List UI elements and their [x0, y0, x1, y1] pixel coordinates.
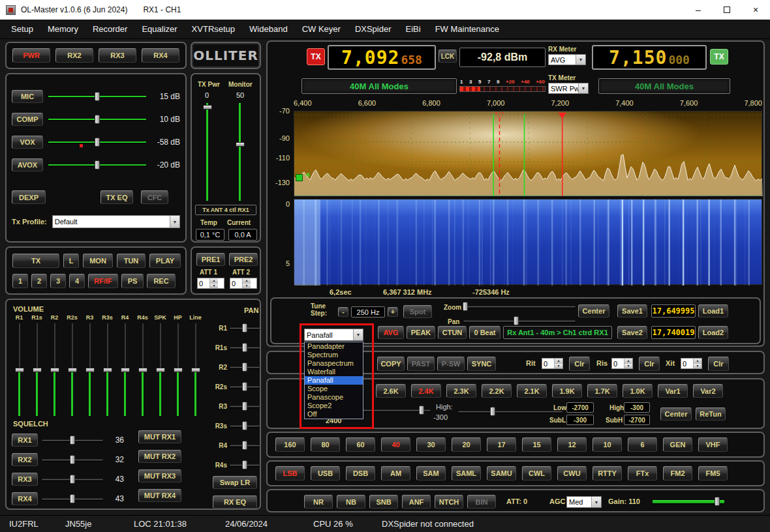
slider-thumb[interactable]: [242, 421, 247, 430]
slider-thumb[interactable]: [95, 160, 100, 170]
load2-button[interactable]: Load2: [698, 326, 728, 339]
slider-thumb[interactable]: [70, 455, 75, 464]
chevron-down-icon[interactable]: [576, 55, 585, 65]
retune-button[interactable]: ReTun: [696, 407, 726, 421]
transmit-control-button[interactable]: RF/IF: [88, 274, 118, 288]
chevron-down-icon[interactable]: [578, 83, 588, 93]
filter-high-slider[interactable]: [458, 407, 562, 416]
volume-slider[interactable]: [138, 323, 148, 416]
filter-width-button[interactable]: 2.2K: [482, 384, 512, 398]
mode-button[interactable]: FTx: [628, 466, 657, 480]
volume-slider[interactable]: [67, 323, 78, 416]
chevron-down-icon[interactable]: [591, 497, 601, 507]
display-mode-option[interactable]: Panafall: [305, 376, 363, 385]
slider-thumb[interactable]: [85, 368, 95, 372]
lock-button[interactable]: LCK: [439, 50, 457, 63]
display-mode-option[interactable]: Panaspectrum: [305, 359, 363, 368]
xit-spinner[interactable]: 0: [681, 358, 702, 369]
filter-width-button[interactable]: 1.9K: [552, 384, 582, 398]
volume-slider[interactable]: [14, 323, 25, 416]
menu-item[interactable]: FW Maintenance: [428, 21, 506, 37]
band-button[interactable]: 160: [275, 437, 305, 452]
preamp-button[interactable]: PRE2: [229, 253, 258, 266]
mute-rx-button[interactable]: MUT RX2: [138, 450, 181, 463]
band-button[interactable]: 10: [593, 437, 622, 452]
squelch-rx-button[interactable]: RX1: [12, 434, 38, 447]
audio-source-button[interactable]: COMP: [12, 113, 43, 126]
pan-slider[interactable]: [230, 441, 260, 450]
dsp-button[interactable]: NB: [337, 495, 365, 509]
audio-source-button[interactable]: VOX: [12, 136, 43, 149]
pan-slider[interactable]: [230, 343, 260, 352]
zero-beat-button[interactable]: 0 Beat: [469, 326, 501, 339]
rx-eq-button[interactable]: RX EQ: [213, 495, 257, 509]
slider-thumb[interactable]: [242, 382, 247, 391]
sync-button[interactable]: SYNC: [467, 357, 496, 371]
slider-thumb[interactable]: [95, 92, 100, 101]
dsp-button[interactable]: SNB: [369, 495, 398, 509]
transmit-control-button[interactable]: REC: [147, 274, 176, 288]
slider-thumb[interactable]: [121, 368, 130, 372]
band-button[interactable]: GEN: [663, 437, 692, 452]
receiver-button[interactable]: RX4: [142, 48, 179, 63]
close-button[interactable]: ×: [741, 0, 770, 20]
band-button[interactable]: 12: [557, 437, 587, 452]
band-button[interactable]: 30: [416, 437, 446, 452]
filter-width-button[interactable]: Var2: [693, 384, 723, 398]
menu-item[interactable]: EiBi: [399, 21, 428, 37]
tx-indicator-right[interactable]: TX: [710, 49, 728, 65]
slider-thumb[interactable]: [138, 368, 147, 372]
paste-button[interactable]: PAST: [407, 357, 435, 371]
filter-center-button[interactable]: Center: [660, 407, 692, 421]
slider-thumb[interactable]: [191, 368, 200, 372]
display-mode-option[interactable]: Panadapter: [305, 342, 363, 351]
pan-slider[interactable]: [230, 362, 260, 372]
slider-thumb[interactable]: [242, 441, 247, 450]
slider-thumb[interactable]: [236, 142, 245, 147]
swap-lr-button[interactable]: Swap LR: [213, 476, 257, 489]
tx-meter-mode-combo[interactable]: SWR Pwr: [548, 83, 589, 94]
tx-indicator-left[interactable]: TX: [307, 48, 325, 65]
squelch-slider[interactable]: [42, 455, 103, 464]
audio-level-slider[interactable]: [48, 92, 146, 101]
slider-thumb[interactable]: [95, 138, 100, 147]
band-button[interactable]: 80: [311, 437, 340, 452]
band-button[interactable]: 17: [487, 437, 516, 452]
slider-thumb[interactable]: [242, 402, 247, 411]
panadapter-spectrum[interactable]: -6: [294, 111, 762, 196]
transmit-control-button[interactable]: MON: [83, 254, 113, 268]
band-button[interactable]: 6: [628, 437, 657, 452]
mute-rx-button[interactable]: MUT RX3: [138, 469, 181, 482]
receiver-button[interactable]: PWR: [12, 48, 50, 63]
slider-thumb[interactable]: [70, 436, 75, 445]
ctun-button[interactable]: CTUN: [438, 326, 467, 339]
transmit-control-button[interactable]: PS: [121, 274, 144, 288]
receiver-button[interactable]: RX3: [99, 48, 136, 63]
pan-slider[interactable]: [230, 460, 260, 469]
squelch-slider[interactable]: [42, 475, 103, 484]
band-button[interactable]: 15: [522, 437, 551, 452]
vfo-a-frequency-display[interactable]: 7,092 658: [328, 45, 436, 70]
slider-thumb[interactable]: [174, 368, 183, 372]
pan-slider[interactable]: [463, 316, 576, 325]
audio-source-button[interactable]: AVOX: [12, 158, 43, 171]
slider-thumb[interactable]: [95, 115, 100, 124]
rx-meter-mode-combo[interactable]: AVG: [548, 54, 586, 65]
dsp-button[interactable]: NTCH: [435, 495, 463, 509]
mode-button[interactable]: SAMU: [487, 466, 516, 480]
menu-item[interactable]: DXSpider: [348, 21, 399, 37]
save2-button[interactable]: Save2: [617, 326, 647, 339]
display-mode-option[interactable]: Scope2: [305, 402, 363, 410]
audio-level-slider[interactable]: [48, 138, 146, 147]
chevron-down-icon[interactable]: [353, 329, 363, 340]
squelch-slider[interactable]: [42, 436, 103, 445]
tx-power-slider[interactable]: [202, 103, 213, 201]
volume-slider[interactable]: [155, 323, 166, 416]
tx-eq-button[interactable]: TX EQ: [100, 190, 133, 204]
p-sw-button[interactable]: P-SW: [437, 357, 465, 371]
slider-thumb[interactable]: [70, 494, 75, 503]
rit-spinner[interactable]: 0: [542, 358, 563, 369]
volume-slider[interactable]: [85, 323, 95, 416]
filter-width-button[interactable]: 2.6K: [376, 384, 406, 398]
audio-level-slider[interactable]: [48, 115, 146, 124]
